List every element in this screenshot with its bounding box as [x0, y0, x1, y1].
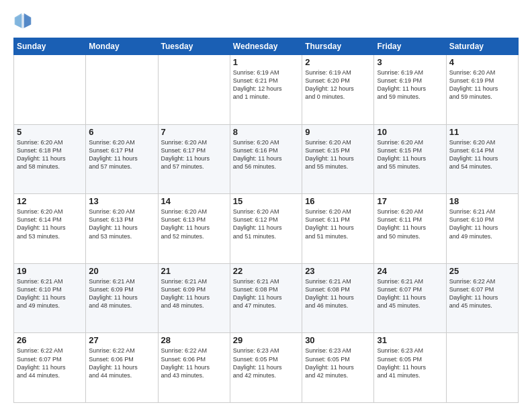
- calendar-cell: 16Sunrise: 6:20 AM Sunset: 6:11 PM Dayli…: [302, 194, 374, 264]
- calendar-week-4: 19Sunrise: 6:21 AM Sunset: 6:10 PM Dayli…: [14, 263, 519, 333]
- weekday-friday: Friday: [374, 38, 446, 55]
- day-info: Sunrise: 6:21 AM Sunset: 6:09 PM Dayligh…: [161, 277, 227, 310]
- calendar-cell: 25Sunrise: 6:22 AM Sunset: 6:07 PM Dayli…: [446, 263, 518, 333]
- day-info: Sunrise: 6:20 AM Sunset: 6:11 PM Dayligh…: [305, 208, 371, 240]
- calendar-week-3: 12Sunrise: 6:20 AM Sunset: 6:14 PM Dayli…: [14, 194, 519, 264]
- weekday-wednesday: Wednesday: [230, 38, 302, 55]
- calendar-cell: 2Sunrise: 6:19 AM Sunset: 6:20 PM Daylig…: [302, 55, 374, 125]
- day-info: Sunrise: 6:22 AM Sunset: 6:07 PM Dayligh…: [17, 347, 83, 379]
- logo-icon: [13, 12, 32, 31]
- calendar-cell: 4Sunrise: 6:20 AM Sunset: 6:19 PM Daylig…: [446, 55, 518, 125]
- day-number: 30: [305, 335, 371, 345]
- calendar-cell: 10Sunrise: 6:20 AM Sunset: 6:15 PM Dayli…: [374, 124, 446, 194]
- day-info: Sunrise: 6:21 AM Sunset: 6:10 PM Dayligh…: [449, 208, 515, 240]
- day-info: Sunrise: 6:19 AM Sunset: 6:21 PM Dayligh…: [233, 68, 299, 101]
- day-number: 20: [89, 266, 154, 276]
- calendar-cell: 22Sunrise: 6:21 AM Sunset: 6:08 PM Dayli…: [230, 263, 302, 333]
- day-number: 27: [89, 335, 154, 345]
- day-info: Sunrise: 6:20 AM Sunset: 6:15 PM Dayligh…: [377, 138, 443, 171]
- day-number: 31: [377, 335, 443, 345]
- day-info: Sunrise: 6:20 AM Sunset: 6:15 PM Dayligh…: [305, 138, 371, 171]
- weekday-header-row: SundayMondayTuesdayWednesdayThursdayFrid…: [14, 38, 519, 55]
- svg-marker-1: [24, 13, 32, 28]
- day-info: Sunrise: 6:19 AM Sunset: 6:19 PM Dayligh…: [377, 68, 443, 101]
- weekday-sunday: Sunday: [14, 38, 86, 55]
- calendar-cell: 19Sunrise: 6:21 AM Sunset: 6:10 PM Dayli…: [14, 263, 86, 333]
- weekday-saturday: Saturday: [446, 38, 518, 55]
- logo: [13, 12, 35, 31]
- day-info: Sunrise: 6:23 AM Sunset: 6:05 PM Dayligh…: [305, 347, 371, 379]
- day-info: Sunrise: 6:20 AM Sunset: 6:16 PM Dayligh…: [233, 138, 299, 171]
- calendar-cell: 9Sunrise: 6:20 AM Sunset: 6:15 PM Daylig…: [302, 124, 374, 194]
- day-number: 4: [449, 57, 515, 67]
- day-info: Sunrise: 6:20 AM Sunset: 6:17 PM Dayligh…: [89, 138, 154, 171]
- day-number: 8: [233, 127, 299, 137]
- day-number: 2: [305, 57, 371, 67]
- calendar-cell: 17Sunrise: 6:20 AM Sunset: 6:11 PM Dayli…: [374, 194, 446, 264]
- day-info: Sunrise: 6:20 AM Sunset: 6:18 PM Dayligh…: [17, 138, 83, 171]
- calendar-cell: 6Sunrise: 6:20 AM Sunset: 6:17 PM Daylig…: [86, 124, 158, 194]
- day-info: Sunrise: 6:22 AM Sunset: 6:06 PM Dayligh…: [161, 347, 227, 379]
- day-info: Sunrise: 6:20 AM Sunset: 6:12 PM Dayligh…: [233, 208, 299, 240]
- calendar-cell: 15Sunrise: 6:20 AM Sunset: 6:12 PM Dayli…: [230, 194, 302, 264]
- calendar-cell: 26Sunrise: 6:22 AM Sunset: 6:07 PM Dayli…: [14, 333, 86, 403]
- day-info: Sunrise: 6:23 AM Sunset: 6:05 PM Dayligh…: [377, 347, 443, 379]
- weekday-monday: Monday: [86, 38, 158, 55]
- day-number: 16: [305, 196, 371, 206]
- day-info: Sunrise: 6:21 AM Sunset: 6:07 PM Dayligh…: [377, 277, 443, 310]
- day-number: 9: [305, 127, 371, 137]
- day-number: 15: [233, 196, 299, 206]
- day-info: Sunrise: 6:20 AM Sunset: 6:13 PM Dayligh…: [161, 208, 227, 240]
- day-number: 14: [161, 196, 227, 206]
- day-number: 19: [17, 266, 83, 276]
- calendar-cell: 12Sunrise: 6:20 AM Sunset: 6:14 PM Dayli…: [14, 194, 86, 264]
- weekday-thursday: Thursday: [302, 38, 374, 55]
- calendar-cell: 24Sunrise: 6:21 AM Sunset: 6:07 PM Dayli…: [374, 263, 446, 333]
- day-number: 22: [233, 266, 299, 276]
- day-info: Sunrise: 6:21 AM Sunset: 6:08 PM Dayligh…: [305, 277, 371, 310]
- header: [13, 12, 519, 31]
- day-number: 21: [161, 266, 227, 276]
- calendar-week-5: 26Sunrise: 6:22 AM Sunset: 6:07 PM Dayli…: [14, 333, 519, 403]
- calendar-cell: 29Sunrise: 6:23 AM Sunset: 6:05 PM Dayli…: [230, 333, 302, 403]
- day-info: Sunrise: 6:21 AM Sunset: 6:09 PM Dayligh…: [89, 277, 154, 310]
- calendar-cell: 28Sunrise: 6:22 AM Sunset: 6:06 PM Dayli…: [158, 333, 230, 403]
- day-number: 10: [377, 127, 443, 137]
- day-number: 12: [17, 196, 83, 206]
- calendar-cell: 3Sunrise: 6:19 AM Sunset: 6:19 PM Daylig…: [374, 55, 446, 125]
- calendar-cell: 31Sunrise: 6:23 AM Sunset: 6:05 PM Dayli…: [374, 333, 446, 403]
- day-number: 11: [449, 127, 515, 137]
- day-number: 13: [89, 196, 154, 206]
- day-info: Sunrise: 6:21 AM Sunset: 6:08 PM Dayligh…: [233, 277, 299, 310]
- calendar-cell: 14Sunrise: 6:20 AM Sunset: 6:13 PM Dayli…: [158, 194, 230, 264]
- calendar-cell: 8Sunrise: 6:20 AM Sunset: 6:16 PM Daylig…: [230, 124, 302, 194]
- day-info: Sunrise: 6:20 AM Sunset: 6:11 PM Dayligh…: [377, 208, 443, 240]
- calendar-week-1: 1Sunrise: 6:19 AM Sunset: 6:21 PM Daylig…: [14, 55, 519, 125]
- day-info: Sunrise: 6:20 AM Sunset: 6:13 PM Dayligh…: [89, 208, 154, 240]
- day-number: 5: [17, 127, 83, 137]
- day-info: Sunrise: 6:19 AM Sunset: 6:20 PM Dayligh…: [305, 68, 371, 101]
- day-number: 28: [161, 335, 227, 345]
- calendar-cell: 1Sunrise: 6:19 AM Sunset: 6:21 PM Daylig…: [230, 55, 302, 125]
- calendar-cell: 18Sunrise: 6:21 AM Sunset: 6:10 PM Dayli…: [446, 194, 518, 264]
- calendar-cell: [446, 333, 518, 403]
- day-number: 1: [233, 57, 299, 67]
- day-info: Sunrise: 6:20 AM Sunset: 6:19 PM Dayligh…: [449, 68, 515, 101]
- day-number: 6: [89, 127, 154, 137]
- day-number: 17: [377, 196, 443, 206]
- day-number: 25: [449, 266, 515, 276]
- calendar-cell: 5Sunrise: 6:20 AM Sunset: 6:18 PM Daylig…: [14, 124, 86, 194]
- day-number: 29: [233, 335, 299, 345]
- calendar-cell: [14, 55, 86, 125]
- day-info: Sunrise: 6:20 AM Sunset: 6:14 PM Dayligh…: [17, 208, 83, 240]
- calendar-cell: 30Sunrise: 6:23 AM Sunset: 6:05 PM Dayli…: [302, 333, 374, 403]
- calendar-cell: [86, 55, 158, 125]
- day-info: Sunrise: 6:22 AM Sunset: 6:06 PM Dayligh…: [89, 347, 154, 379]
- calendar-cell: 7Sunrise: 6:20 AM Sunset: 6:17 PM Daylig…: [158, 124, 230, 194]
- page: SundayMondayTuesdayWednesdayThursdayFrid…: [0, 0, 532, 411]
- calendar-cell: 27Sunrise: 6:22 AM Sunset: 6:06 PM Dayli…: [86, 333, 158, 403]
- calendar-cell: 13Sunrise: 6:20 AM Sunset: 6:13 PM Dayli…: [86, 194, 158, 264]
- day-info: Sunrise: 6:23 AM Sunset: 6:05 PM Dayligh…: [233, 347, 299, 379]
- day-info: Sunrise: 6:21 AM Sunset: 6:10 PM Dayligh…: [17, 277, 83, 310]
- calendar-cell: [158, 55, 230, 125]
